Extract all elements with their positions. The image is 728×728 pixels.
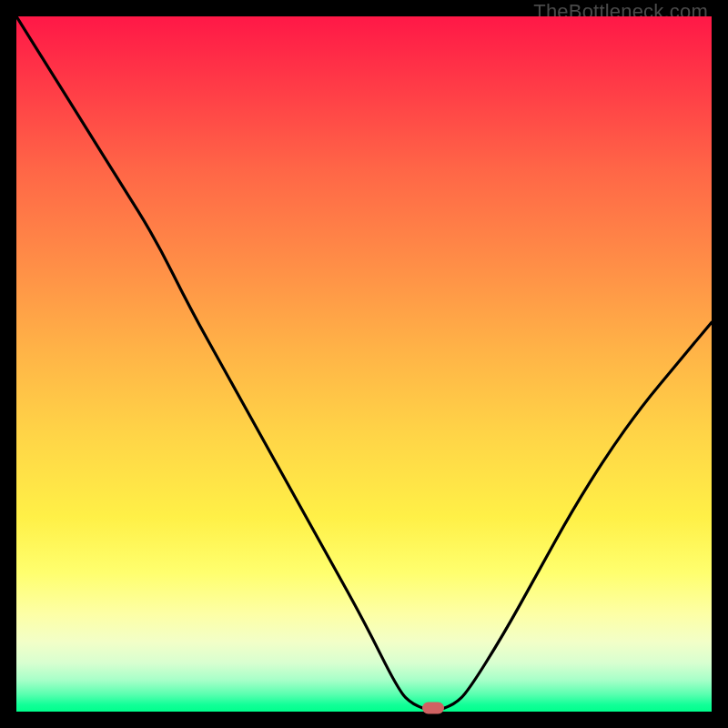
- bottleneck-curve: [16, 16, 712, 712]
- plot-area: [16, 16, 712, 712]
- chart-frame: TheBottleneck.com: [0, 0, 728, 728]
- minimum-marker-icon: [422, 703, 444, 714]
